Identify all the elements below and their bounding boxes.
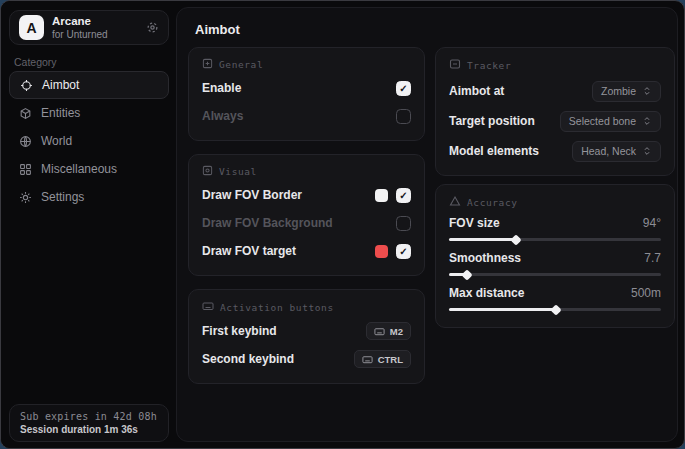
- first-keybind-button[interactable]: M2: [366, 322, 411, 340]
- row-controls: [375, 188, 411, 203]
- row-controls: [375, 244, 411, 259]
- slider-thumb[interactable]: [510, 234, 521, 245]
- select-value: Selected bone: [569, 115, 636, 127]
- setting-row-second-keybind: Second keybind CTRL: [202, 348, 411, 370]
- sidebar-item-aimbot[interactable]: Aimbot: [9, 71, 169, 99]
- scan-icon: [449, 58, 461, 72]
- grid-icon: [19, 163, 32, 176]
- globe-icon: [19, 135, 32, 148]
- sidebar-item-label: Entities: [41, 106, 80, 120]
- slider-thumb[interactable]: [461, 269, 472, 280]
- card-title: Tracker: [467, 60, 511, 71]
- setting-row-fov-border: Draw FOV Border: [202, 184, 411, 206]
- second-keybind-button[interactable]: CTRL: [354, 350, 411, 368]
- sidebar: A Arcane for Unturned Category: [1, 1, 176, 448]
- sidebar-item-miscellaneous[interactable]: Miscellaneous: [9, 155, 169, 183]
- aimbot-at-select[interactable]: Zombie: [592, 81, 661, 102]
- triangle-icon: [449, 195, 461, 209]
- model-elements-select[interactable]: Head, Neck: [572, 141, 661, 162]
- setting-label: Model elements: [449, 144, 539, 158]
- select-value: Head, Neck: [581, 145, 636, 157]
- sidebar-item-label: Settings: [41, 190, 84, 204]
- card-activation-header: Activation buttons: [202, 300, 411, 314]
- chevrons-up-down-icon: [642, 116, 652, 126]
- max-distance-group: Max distance 500m: [449, 286, 661, 314]
- row-controls: [396, 216, 411, 231]
- setting-row-aimbot-at: Aimbot at Zombie: [449, 80, 661, 102]
- setting-label: Max distance: [449, 286, 524, 300]
- keyboard-icon: [374, 326, 385, 337]
- sidebar-item-label: Aimbot: [42, 78, 79, 92]
- card-title: General: [219, 59, 263, 70]
- color-swatch[interactable]: [375, 245, 388, 258]
- color-swatch[interactable]: [375, 189, 388, 202]
- refresh-icon[interactable]: [146, 21, 159, 34]
- setting-row-enable: Enable: [202, 77, 411, 99]
- target-position-select[interactable]: Selected bone: [560, 111, 661, 132]
- chevrons-up-down-icon: [642, 86, 652, 96]
- crosshair-icon: [20, 79, 33, 92]
- card-general: General Enable Always: [188, 47, 425, 141]
- left-column: General Enable Always: [188, 47, 425, 384]
- category-label: Category: [14, 56, 57, 68]
- setting-label: Draw FOV Background: [202, 216, 333, 230]
- setting-label: Target position: [449, 114, 535, 128]
- eye-icon: [202, 165, 213, 178]
- setting-row-first-keybind: First keybind M2: [202, 320, 411, 342]
- smoothness-slider[interactable]: [449, 270, 661, 279]
- session-card: Sub expires in 42d 08h Session duration …: [9, 404, 169, 442]
- keyboard-icon: [202, 300, 214, 314]
- setting-label: First keybind: [202, 324, 277, 338]
- setting-label: Enable: [202, 81, 241, 95]
- slider-track: [449, 273, 661, 276]
- keyboard-icon: [362, 354, 373, 365]
- smoothness-value: 7.7: [644, 251, 661, 265]
- right-column: Tracker Aimbot at Zombie Target position…: [435, 47, 675, 328]
- card-title: Visual: [219, 166, 257, 177]
- sidebar-item-entities[interactable]: Entities: [9, 99, 169, 127]
- setting-label: Draw FOV Border: [202, 188, 302, 202]
- card-activation: Activation buttons First keybind M2 Seco…: [188, 289, 425, 384]
- smoothness-group: Smoothness 7.7: [449, 251, 661, 279]
- card-tracker: Tracker Aimbot at Zombie Target position…: [435, 47, 675, 176]
- cube-icon: [19, 107, 32, 120]
- card-title: Accuracy: [467, 197, 518, 208]
- sidebar-nav: Aimbot Entities World: [9, 71, 169, 211]
- setting-label: FOV size: [449, 216, 500, 230]
- slider-thumb[interactable]: [550, 304, 561, 315]
- fov-target-checkbox[interactable]: [396, 244, 411, 259]
- app-window: A Arcane for Unturned Category: [0, 0, 685, 449]
- brand-card: A Arcane for Unturned: [9, 10, 169, 45]
- slider-fill: [449, 238, 515, 241]
- setting-label: Aimbot at: [449, 84, 504, 98]
- subscription-expiry: Sub expires in 42d 08h: [20, 411, 158, 422]
- session-duration: Session duration 1m 36s: [20, 424, 158, 435]
- select-value: Zombie: [601, 85, 636, 97]
- setting-label: Always: [202, 109, 243, 123]
- fov-background-checkbox[interactable]: [396, 216, 411, 231]
- sidebar-item-label: Miscellaneous: [41, 162, 117, 176]
- sliders-icon: [202, 58, 213, 71]
- keybind-value: CTRL: [378, 354, 403, 365]
- fov-border-checkbox[interactable]: [396, 188, 411, 203]
- card-accuracy: Accuracy FOV size 94° Smoothness: [435, 184, 675, 328]
- max-distance-slider[interactable]: [449, 305, 661, 314]
- setting-row-always: Always: [202, 105, 411, 127]
- card-visual: Visual Draw FOV Border Draw FOV Backgrou…: [188, 154, 425, 276]
- setting-row-fov-target: Draw FOV target: [202, 240, 411, 262]
- page-title: Aimbot: [195, 22, 240, 37]
- fov-size-slider[interactable]: [449, 235, 661, 244]
- sidebar-item-settings[interactable]: Settings: [9, 183, 169, 211]
- setting-row-fov-background: Draw FOV Background: [202, 212, 411, 234]
- setting-row-model-elements: Model elements Head, Neck: [449, 140, 661, 162]
- brand-text: Arcane for Unturned: [52, 15, 138, 40]
- sidebar-item-world[interactable]: World: [9, 127, 169, 155]
- slider-fill: [449, 308, 555, 311]
- enable-checkbox[interactable]: [396, 81, 411, 96]
- main-panel: Aimbot General Enable Alw: [176, 7, 678, 442]
- setting-label: Draw FOV target: [202, 244, 296, 258]
- card-general-header: General: [202, 58, 411, 71]
- card-title: Activation buttons: [220, 302, 334, 313]
- always-checkbox[interactable]: [396, 109, 411, 124]
- app-logo: A: [19, 15, 44, 40]
